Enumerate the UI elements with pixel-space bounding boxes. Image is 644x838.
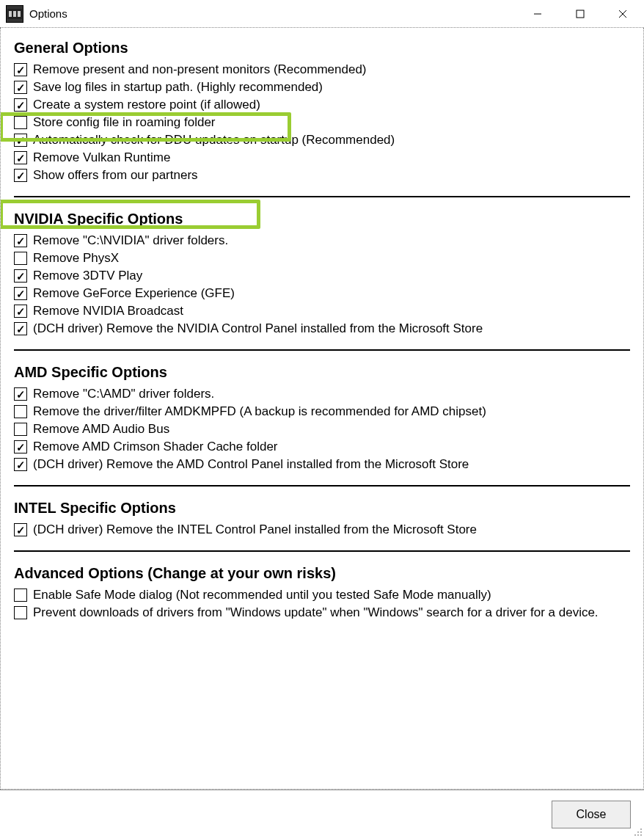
footer-bar: Close [0,790,644,838]
minimize-button[interactable] [516,0,559,28]
svg-point-8 [640,828,642,830]
section-divider [14,196,630,197]
option-row: Remove Vulkan Runtime [14,149,630,167]
option-label[interactable]: Remove 3DTV Play [33,269,142,283]
option-label[interactable]: Remove AMD Crimson Shader Cache folder [33,440,278,454]
option-row: Remove "C:\NVIDIA" driver folders. [14,232,630,249]
option-checkbox[interactable] [14,423,27,436]
svg-point-13 [640,834,642,836]
svg-point-12 [637,834,639,836]
option-row: Remove NVIDIA Broadcast [14,302,630,320]
section-title: Advanced Options (Change at your own ris… [14,565,630,582]
option-label[interactable]: Remove present and non-present monitors … [33,62,367,77]
option-label[interactable]: Remove GeForce Experience (GFE) [33,286,235,301]
option-row: Show offers from our partners [14,167,630,184]
option-row: Enable Safe Mode dialog (Not recommended… [14,586,630,604]
section-title: General Options [14,40,630,57]
titlebar[interactable]: Options [0,0,644,28]
option-row: Store config file in roaming folder [14,114,630,131]
section-divider [14,485,630,487]
option-label[interactable]: Remove PhysX [33,251,119,266]
options-content: General OptionsRemove present and non-pr… [0,28,644,790]
section-title: NVIDIA Specific Options [14,211,630,227]
option-checkbox[interactable] [14,252,27,265]
option-checkbox[interactable] [14,606,27,619]
option-row: Prevent downloads of drivers from "Windo… [14,604,630,622]
option-label[interactable]: Remove NVIDIA Broadcast [33,304,183,318]
option-row: Remove AMD Crimson Shader Cache folder [14,438,630,456]
option-row: Remove AMD Audio Bus [14,420,630,438]
svg-rect-5 [577,10,584,18]
svg-rect-2 [13,11,16,17]
option-checkbox[interactable] [14,287,27,300]
option-row: Remove PhysX [14,249,630,267]
svg-point-10 [640,831,642,833]
option-label[interactable]: Remove "C:\NVIDIA" driver folders. [33,233,228,248]
option-label[interactable]: Remove the driver/filter AMDKMPFD (A bac… [33,404,486,419]
option-checkbox[interactable] [14,322,27,335]
close-window-button[interactable] [601,0,644,28]
option-label[interactable]: Show offers from our partners [33,168,198,183]
option-label[interactable]: (DCH driver) Remove the AMD Control Pane… [33,457,469,472]
option-checkbox[interactable] [14,405,27,418]
close-button-label: Close [577,808,607,821]
option-row: (DCH driver) Remove the INTEL Control Pa… [14,521,630,539]
option-label[interactable]: (DCH driver) Remove the INTEL Control Pa… [33,522,477,537]
option-label[interactable]: Save log files in startup path. (Highly … [33,80,323,95]
option-label[interactable]: Prevent downloads of drivers from "Windo… [33,605,599,620]
section-divider [14,550,630,552]
svg-rect-3 [18,11,21,17]
option-row: (DCH driver) Remove the NVIDIA Control P… [14,320,630,338]
option-checkbox[interactable] [14,589,27,602]
svg-point-9 [637,831,639,833]
option-checkbox[interactable] [14,523,27,536]
option-row: Save log files in startup path. (Highly … [14,79,630,96]
option-row: Automatically check for DDU updates on s… [14,131,630,149]
option-checkbox[interactable] [14,305,27,318]
option-row: (DCH driver) Remove the AMD Control Pane… [14,456,630,473]
option-checkbox[interactable] [14,269,27,283]
option-row: Remove GeForce Experience (GFE) [14,285,630,302]
svg-rect-1 [9,11,12,17]
option-checkbox[interactable] [14,116,27,129]
option-label[interactable]: Store config file in roaming folder [33,115,216,130]
option-label[interactable]: Enable Safe Mode dialog (Not recommended… [33,588,491,602]
section-divider [14,349,630,351]
option-checkbox[interactable] [14,387,27,401]
app-icon [6,5,23,23]
option-checkbox[interactable] [14,151,27,164]
option-checkbox[interactable] [14,98,27,112]
resize-grip-icon [631,825,643,837]
option-checkbox[interactable] [14,234,27,247]
option-checkbox[interactable] [14,458,27,471]
option-row: Remove 3DTV Play [14,267,630,285]
option-label[interactable]: Automatically check for DDU updates on s… [33,133,395,147]
maximize-button[interactable] [559,0,601,28]
section-title: AMD Specific Options [14,364,630,381]
option-checkbox[interactable] [14,63,27,76]
option-label[interactable]: Remove AMD Audio Bus [33,422,169,437]
option-checkbox[interactable] [14,81,27,94]
option-row: Remove "C:\AMD" driver folders. [14,385,630,403]
option-label[interactable]: Create a system restore point (if allowe… [33,98,260,112]
option-row: Create a system restore point (if allowe… [14,96,630,114]
close-button[interactable]: Close [552,801,631,828]
option-label[interactable]: Remove Vulkan Runtime [33,150,170,165]
option-checkbox[interactable] [14,134,27,147]
option-row: Remove present and non-present monitors … [14,61,630,79]
option-row: Remove the driver/filter AMDKMPFD (A bac… [14,403,630,420]
window-title: Options [29,7,67,20]
option-checkbox[interactable] [14,440,27,453]
option-label[interactable]: Remove "C:\AMD" driver folders. [33,387,214,401]
option-checkbox[interactable] [14,169,27,182]
option-label[interactable]: (DCH driver) Remove the NVIDIA Control P… [33,321,483,336]
section-title: INTEL Specific Options [14,500,630,517]
svg-point-11 [634,834,636,836]
